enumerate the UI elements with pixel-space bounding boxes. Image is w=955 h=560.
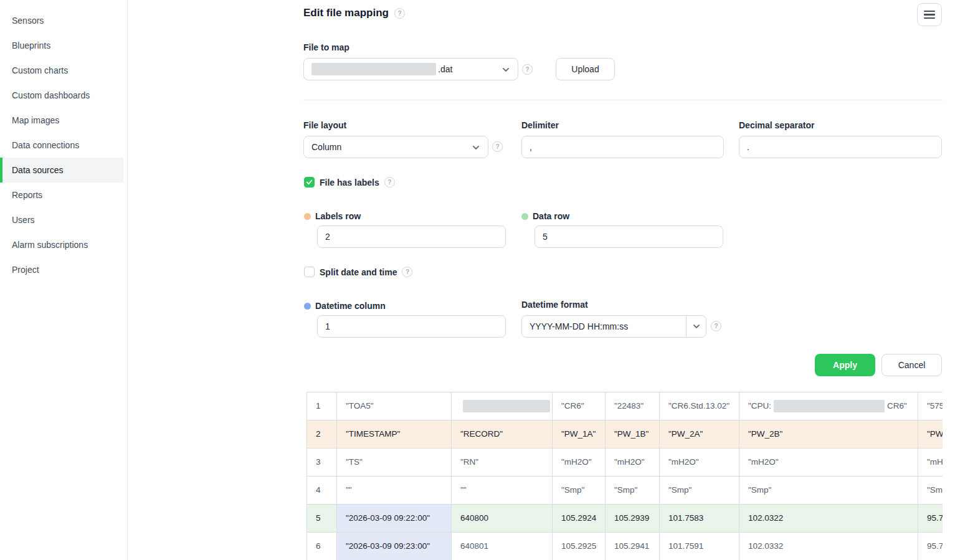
sidebar-item-data-sources[interactable]: Data sources bbox=[0, 158, 123, 183]
table-cell: "mH2O" bbox=[606, 448, 660, 476]
table-cell: 102.0332 bbox=[739, 533, 918, 560]
table-cell: 105.2939 bbox=[606, 505, 660, 532]
file-has-labels-label: File has labels bbox=[320, 178, 379, 187]
sidebar-item-sensors[interactable]: Sensors bbox=[0, 8, 123, 33]
table-cell: "CR6.Std.13.02" bbox=[660, 392, 739, 420]
datetime-format-value: YYYY-MM-DD HH:mm:ss bbox=[522, 321, 628, 331]
table-cell: 105.2925 bbox=[553, 533, 606, 560]
sidebar-nav: SensorsBlueprintsCustom chartsCustom das… bbox=[0, 8, 127, 282]
cancel-button[interactable]: Cancel bbox=[881, 354, 942, 376]
sidebar-item-blueprints[interactable]: Blueprints bbox=[0, 33, 123, 58]
delimiter-label: Delimiter bbox=[521, 120, 559, 130]
table-row: 4"""""Smp""Smp""Smp""Smp""Sm bbox=[307, 477, 943, 505]
table-cell: "CPU:CR6" bbox=[739, 392, 918, 420]
row-number-cell: 4 bbox=[307, 477, 337, 504]
sidebar: SensorsBlueprintsCustom chartsCustom das… bbox=[0, 0, 128, 560]
table-cell: "PW_1A" bbox=[553, 420, 606, 448]
page-title: Edit file mapping bbox=[303, 7, 389, 19]
table-row: 3"TS""RN""mH2O""mH2O""mH2O""mH2O""mH bbox=[307, 448, 943, 477]
table-cell: "" bbox=[337, 477, 452, 504]
table-cell: "CR6" bbox=[553, 392, 606, 420]
table-cell: "575 bbox=[918, 392, 943, 420]
redacted-filename bbox=[311, 63, 436, 75]
sidebar-item-custom-charts[interactable]: Custom charts bbox=[0, 58, 123, 83]
help-icon[interactable]: ? bbox=[394, 8, 405, 19]
app-window: SensorsBlueprintsCustom chartsCustom das… bbox=[0, 0, 955, 560]
apply-button[interactable]: Apply bbox=[815, 354, 875, 376]
table-cell: 101.7583 bbox=[660, 505, 739, 532]
sidebar-item-data-connections[interactable]: Data connections bbox=[0, 133, 123, 158]
page-header: Edit file mapping ? bbox=[303, 7, 405, 19]
decimal-separator-input[interactable]: . bbox=[739, 136, 942, 158]
data-row-input[interactable]: 5 bbox=[535, 225, 723, 248]
datetime-column-dot bbox=[304, 303, 311, 310]
hamburger-icon bbox=[924, 11, 935, 12]
chevron-down-icon bbox=[472, 144, 480, 151]
table-cell: 105.2941 bbox=[606, 533, 660, 560]
table-cell: 640800 bbox=[452, 505, 553, 532]
sidebar-item-reports[interactable]: Reports bbox=[0, 183, 123, 207]
file-layout-select[interactable]: Column bbox=[303, 136, 488, 158]
table-cell: "PW_2A" bbox=[660, 420, 739, 448]
table-cell: "mH2O" bbox=[660, 448, 739, 476]
table-cell: "Smp" bbox=[739, 477, 918, 504]
datetime-column-input[interactable]: 1 bbox=[317, 315, 506, 338]
table-cell: 95.7 bbox=[918, 505, 943, 532]
sidebar-item-map-images[interactable]: Map images bbox=[0, 108, 123, 133]
help-icon[interactable]: ? bbox=[711, 321, 721, 331]
table-cell: "Smp" bbox=[660, 477, 739, 504]
table-cell: "TS" bbox=[337, 448, 452, 476]
chevron-down-icon bbox=[693, 323, 700, 330]
sidebar-item-project[interactable]: Project bbox=[0, 257, 123, 282]
datetime-column-label: Datetime column bbox=[315, 301, 386, 311]
row-number-cell: 5 bbox=[307, 505, 337, 532]
table-cell: "mH bbox=[918, 448, 943, 476]
data-row-label: Data row bbox=[533, 211, 569, 221]
split-date-time-label: Split date and time bbox=[320, 267, 397, 277]
data-row-value: 5 bbox=[543, 232, 548, 242]
decimal-separator-value: . bbox=[747, 142, 749, 152]
table-cell: "Sm bbox=[918, 477, 943, 504]
table-cell: 102.0322 bbox=[739, 505, 918, 532]
table-cell: "RECORD" bbox=[452, 420, 553, 448]
menu-button[interactable] bbox=[917, 3, 942, 26]
delimiter-input[interactable]: , bbox=[521, 136, 724, 158]
table-cell: "2026-03-09 09:23:00" bbox=[337, 533, 452, 560]
table-cell: 101.7591 bbox=[660, 533, 739, 560]
sidebar-item-custom-dashboards[interactable]: Custom dashboards bbox=[0, 83, 123, 108]
table-cell: "PW_2B" bbox=[739, 420, 918, 448]
delimiter-value: , bbox=[530, 142, 532, 152]
file-extension: .dat bbox=[438, 64, 452, 74]
file-to-map-select[interactable]: .dat bbox=[303, 58, 518, 80]
sidebar-item-alarm-subscriptions[interactable]: Alarm subscriptions bbox=[0, 232, 123, 257]
datetime-column-value: 1 bbox=[325, 321, 330, 331]
sidebar-item-users[interactable]: Users bbox=[0, 207, 123, 232]
labels-row-value: 2 bbox=[325, 232, 330, 242]
table-cell: "TIMESTAMP" bbox=[337, 420, 452, 448]
table-cell: 105.2924 bbox=[553, 505, 606, 532]
help-icon[interactable]: ? bbox=[522, 64, 533, 75]
table-row: 6"2026-03-09 09:23:00"640801105.2925105.… bbox=[307, 533, 943, 560]
split-date-time-checkbox[interactable] bbox=[304, 267, 315, 277]
help-icon[interactable]: ? bbox=[384, 177, 395, 187]
file-preview-table-container: 1"TOA5""CR6""22483""CR6.Std.13.02""CPU:C… bbox=[306, 392, 943, 560]
data-row-dot bbox=[521, 213, 528, 220]
chevron-down-icon bbox=[502, 66, 510, 74]
labels-row-input[interactable]: 2 bbox=[317, 225, 506, 248]
table-row: 2"TIMESTAMP""RECORD""PW_1A""PW_1B""PW_2A… bbox=[307, 420, 943, 448]
table-cell bbox=[452, 392, 553, 420]
help-icon[interactable]: ? bbox=[402, 267, 412, 277]
upload-button[interactable]: Upload bbox=[556, 58, 615, 80]
table-cell: "22483" bbox=[606, 392, 660, 420]
file-layout-label: File layout bbox=[303, 120, 346, 130]
datetime-format-select[interactable]: YYYY-MM-DD HH:mm:ss bbox=[521, 315, 706, 338]
file-has-labels-checkbox[interactable] bbox=[304, 177, 315, 187]
redacted-text bbox=[774, 400, 885, 412]
datetime-format-label: Datetime format bbox=[521, 300, 588, 310]
help-icon[interactable]: ? bbox=[492, 141, 503, 152]
row-number-cell: 1 bbox=[307, 392, 337, 420]
table-cell: "mH2O" bbox=[553, 448, 606, 476]
select-chevron-segment[interactable] bbox=[686, 316, 706, 337]
row-number-cell: 6 bbox=[307, 533, 337, 560]
check-icon bbox=[306, 179, 313, 186]
